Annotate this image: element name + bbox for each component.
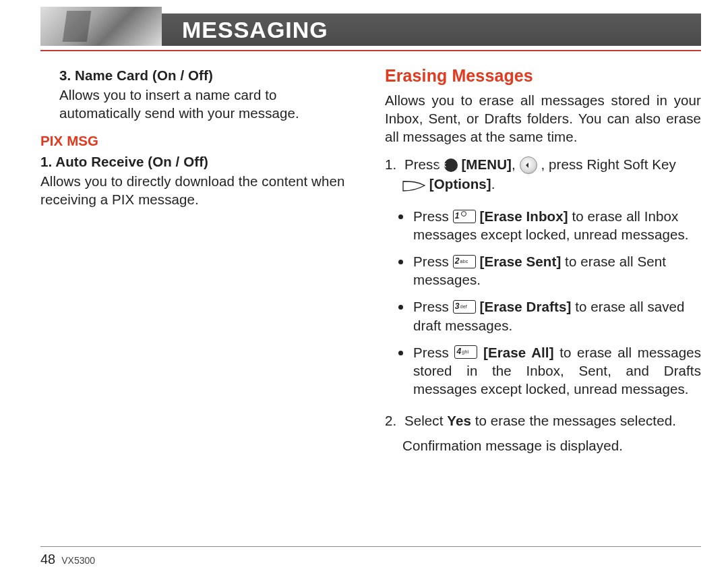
page-number: 48 — [40, 552, 55, 566]
bullet-erase-drafts: Press 3def [Erase Drafts] to erase all s… — [412, 297, 701, 334]
key-3-icon: 3def — [453, 300, 476, 314]
bullet-erase-all: Press 4ghi [Erase All] to erase all mess… — [412, 343, 701, 398]
content-columns: 3. Name Card (On / Off) Allows you to in… — [40, 51, 701, 464]
ok-key-icon: OK — [444, 158, 458, 172]
name-card-body: Allows you to insert a name card to auto… — [40, 86, 357, 122]
erase-all-label: [Erase All] — [483, 345, 554, 360]
auto-receive-heading: 1. Auto Receive (On / Off) — [40, 152, 357, 171]
erasing-heading: Erasing Messages — [385, 65, 701, 87]
b2-a: Press — [413, 254, 453, 269]
erase-bullets: Press 1 [Erase Inbox] to erase all Inbox… — [385, 206, 701, 397]
footer: 48 VX5300 — [40, 552, 95, 567]
erase-sent-label: [Erase Sent] — [480, 254, 562, 269]
erase-drafts-label: [Erase Drafts] — [480, 299, 572, 314]
b3-a: Press — [413, 299, 453, 314]
step1-text-c: , press Right Soft Key — [537, 156, 676, 172]
header-bar: MESSAGING — [40, 7, 701, 46]
footer-rule — [40, 546, 701, 547]
b1-a: Press — [413, 208, 453, 224]
bullet-erase-inbox: Press 1 [Erase Inbox] to erase all Inbox… — [412, 206, 701, 243]
pix-msg-heading: PIX MSG — [40, 132, 357, 150]
step1-text-d: . — [491, 176, 495, 192]
page-title: MESSAGING — [182, 13, 328, 46]
step-2: 2. Select Yes to erase the messages sele… — [385, 411, 701, 430]
left-column: 3. Name Card (On / Off) Allows you to in… — [40, 63, 357, 464]
right-column: Erasing Messages Allows you to erase all… — [385, 63, 701, 464]
key-2-icon: 2abc — [453, 255, 476, 268]
manual-page: MESSAGING 3. Name Card (On / Off) Allows… — [0, 0, 728, 582]
header-decorative-image — [40, 7, 162, 46]
step-1: 1. Press OK [MENU], , press Right Soft K… — [385, 155, 701, 193]
key-4-icon: 4ghi — [454, 345, 477, 359]
right-soft-key-icon — [402, 181, 425, 192]
options-label: [Options] — [429, 176, 491, 192]
auto-receive-body: Allows you to directly download the cont… — [40, 172, 357, 208]
name-card-heading: 3. Name Card (On / Off) — [59, 66, 357, 84]
model-name: VX5300 — [59, 555, 95, 566]
key-1-icon: 1 — [453, 210, 476, 223]
bullet-erase-sent: Press 2abc [Erase Sent] to erase all Sen… — [412, 252, 701, 289]
yes-label: Yes — [447, 413, 471, 428]
erase-inbox-label: [Erase Inbox] — [480, 208, 568, 224]
step2-a: Select — [404, 413, 447, 428]
step2-b: to erase the messages selected. — [471, 413, 676, 428]
nav-key-icon — [520, 156, 537, 174]
step1-text-b: , — [512, 156, 520, 172]
erasing-intro: Allows you to erase all messages stored … — [385, 91, 701, 146]
confirmation-text: Confirmation message is displayed. — [385, 436, 701, 455]
b4-a: Press — [413, 345, 454, 360]
menu-label: [MENU] — [461, 156, 512, 172]
